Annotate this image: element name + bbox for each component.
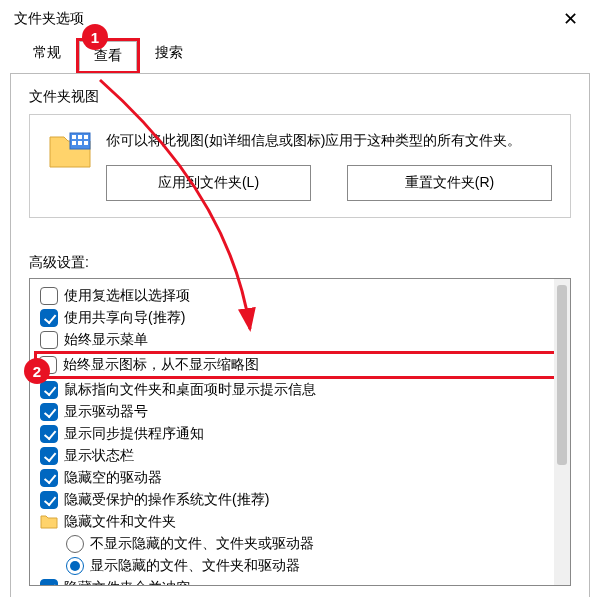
- option-label: 显示同步提供程序通知: [64, 425, 204, 443]
- checkbox-checked-icon: [40, 403, 58, 421]
- option-label: 显示隐藏的文件、文件夹和驱动器: [90, 557, 300, 575]
- option-label: 显示驱动器号: [64, 403, 148, 421]
- scrollbar-thumb[interactable]: [557, 285, 567, 465]
- svg-rect-4: [72, 141, 76, 145]
- svg-rect-6: [84, 141, 88, 145]
- annotation-badge-1: 1: [82, 24, 108, 50]
- option-hide-protected-os[interactable]: 隐藏受保护的操作系统文件(推荐): [36, 489, 562, 511]
- option-label: 显示状态栏: [64, 447, 134, 465]
- folder-views-desc: 你可以将此视图(如详细信息或图标)应用于这种类型的所有文件夹。: [106, 129, 552, 151]
- option-show-hidden[interactable]: 显示隐藏的文件、文件夹和驱动器: [36, 555, 562, 577]
- radio-checked-icon: [66, 557, 84, 575]
- option-dont-show-hidden[interactable]: 不显示隐藏的文件、文件夹或驱动器: [36, 533, 562, 555]
- folder-icon: [40, 514, 58, 530]
- option-label: 隐藏文件和文件夹: [64, 513, 176, 531]
- svg-rect-1: [72, 135, 76, 139]
- advanced-settings-label: 高级设置:: [29, 254, 571, 272]
- svg-rect-5: [78, 141, 82, 145]
- option-show-sync-notify[interactable]: 显示同步提供程序通知: [36, 423, 562, 445]
- option-label: 隐藏受保护的操作系统文件(推荐): [64, 491, 269, 509]
- reset-folders-button[interactable]: 重置文件夹(R): [347, 165, 552, 201]
- option-show-status-bar[interactable]: 显示状态栏: [36, 445, 562, 467]
- option-use-sharing-wizard[interactable]: 使用共享向导(推荐): [36, 307, 562, 329]
- option-label: 鼠标指向文件夹和桌面项时显示提示信息: [64, 381, 316, 399]
- svg-rect-2: [78, 135, 82, 139]
- option-label: 使用复选框以选择项: [64, 287, 190, 305]
- checkbox-unchecked-icon: [40, 331, 58, 349]
- folder-icon: [48, 131, 92, 171]
- option-show-drive-letters[interactable]: 显示驱动器号: [36, 401, 562, 423]
- checkbox-checked-icon: [40, 491, 58, 509]
- checkbox-checked-icon: [40, 381, 58, 399]
- option-label: 始终显示图标，从不显示缩略图: [63, 356, 259, 374]
- option-hide-empty-drives[interactable]: 隐藏空的驱动器: [36, 467, 562, 489]
- window-title: 文件夹选项: [14, 10, 84, 28]
- annotation-badge-2: 2: [24, 358, 50, 384]
- folder-views-group: 你可以将此视图(如详细信息或图标)应用于这种类型的所有文件夹。 应用到文件夹(L…: [29, 114, 571, 218]
- option-hide-conflicts[interactable]: 隐藏文件夹合并冲突: [36, 577, 562, 586]
- advanced-settings-list: 使用复选框以选择项 使用共享向导(推荐) 始终显示菜单 始终显示图标，从不显示缩…: [29, 278, 571, 586]
- apply-to-folders-button[interactable]: 应用到文件夹(L): [106, 165, 311, 201]
- checkbox-checked-icon: [40, 425, 58, 443]
- option-label: 使用共享向导(推荐): [64, 309, 185, 327]
- option-pointer-tooltip[interactable]: 鼠标指向文件夹和桌面项时显示提示信息: [36, 379, 562, 401]
- radio-unchecked-icon: [66, 535, 84, 553]
- tab-general[interactable]: 常规: [18, 38, 76, 74]
- svg-rect-3: [84, 135, 88, 139]
- checkbox-checked-icon: [40, 469, 58, 487]
- checkbox-checked-icon: [40, 447, 58, 465]
- scrollbar[interactable]: [554, 279, 570, 585]
- option-always-show-menus[interactable]: 始终显示菜单: [36, 329, 562, 351]
- checkbox-unchecked-icon: [40, 287, 58, 305]
- tab-search[interactable]: 搜索: [140, 38, 198, 74]
- option-use-checkboxes[interactable]: 使用复选框以选择项: [36, 285, 562, 307]
- option-label: 始终显示菜单: [64, 331, 148, 349]
- option-always-show-icons[interactable]: 始终显示图标，从不显示缩略图: [34, 351, 562, 379]
- folder-views-label: 文件夹视图: [29, 88, 571, 106]
- close-button[interactable]: ✕: [554, 8, 586, 30]
- option-label: 隐藏文件夹合并冲突: [64, 579, 190, 586]
- checkbox-checked-icon: [40, 309, 58, 327]
- option-label: 隐藏空的驱动器: [64, 469, 162, 487]
- option-label: 不显示隐藏的文件、文件夹或驱动器: [90, 535, 314, 553]
- group-hidden-files[interactable]: 隐藏文件和文件夹: [36, 511, 562, 533]
- checkbox-checked-icon: [40, 579, 58, 586]
